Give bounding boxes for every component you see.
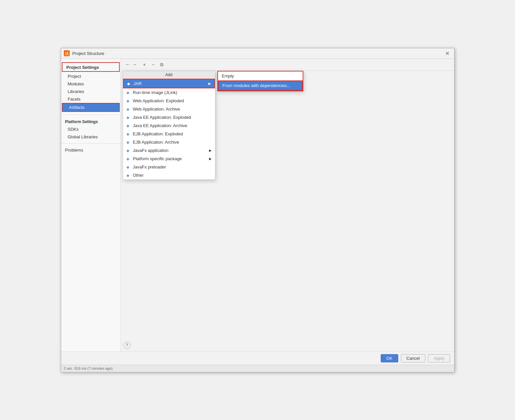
dropdown-item-javafx-preloader[interactable]: JavaFx preloader bbox=[123, 163, 215, 171]
forward-button[interactable]: → bbox=[132, 62, 137, 68]
nav-arrows: ← → bbox=[123, 62, 140, 68]
jar-submenu[interactable]: Empty From modules with dependencies... bbox=[217, 71, 303, 91]
content-area: ← → + − ⧉ Add JAR ▶ bbox=[121, 59, 454, 351]
status-text: 2 sec. 816 ms (7 minutes ago) bbox=[64, 366, 113, 370]
dropdown-item-ejb-exploded[interactable]: EJB Application: Exploded bbox=[123, 130, 215, 138]
titlebar-left: IJ Project Structure bbox=[64, 50, 105, 56]
apply-button[interactable]: Apply bbox=[428, 354, 450, 362]
runtime-image-icon bbox=[126, 90, 131, 95]
sidebar-item-facets[interactable]: Facets bbox=[61, 95, 120, 103]
back-button[interactable]: ← bbox=[125, 62, 131, 68]
platform-package-icon bbox=[126, 156, 131, 161]
titlebar: IJ Project Structure ✕ bbox=[61, 48, 454, 59]
jar-icon bbox=[127, 81, 132, 86]
platform-chevron-icon: ▶ bbox=[209, 157, 212, 161]
javaee-exploded-icon bbox=[126, 115, 131, 119]
dropdown-item-runtime-image[interactable]: Run-time image (JLink) bbox=[123, 88, 215, 97]
toolbar: ← → + − ⧉ bbox=[121, 59, 454, 71]
sidebar-divider-2 bbox=[61, 143, 120, 144]
copy-button[interactable]: ⧉ bbox=[158, 61, 166, 69]
ejb-exploded-icon bbox=[126, 131, 131, 136]
submenu-item-empty[interactable]: Empty bbox=[218, 71, 303, 80]
project-settings-section: Project Settings bbox=[62, 62, 120, 72]
javaee-archive-icon bbox=[126, 123, 131, 128]
add-dropdown-header: Add bbox=[123, 71, 215, 79]
bottom-bar: OK Cancel Apply bbox=[61, 351, 454, 365]
project-structure-window: IJ Project Structure ✕ Project Settings … bbox=[61, 48, 454, 372]
web-app-archive-icon bbox=[126, 107, 131, 111]
project-settings-label: Project Settings bbox=[66, 65, 99, 70]
javafx-app-icon bbox=[126, 148, 131, 153]
sidebar-item-project[interactable]: Project bbox=[61, 72, 120, 80]
javafx-chevron-icon: ▶ bbox=[209, 149, 212, 152]
sidebar-item-modules[interactable]: Modules bbox=[61, 80, 120, 88]
add-dropdown[interactable]: Add JAR ▶ Run-time image (JLink) Web App… bbox=[123, 71, 215, 180]
sidebar-item-problems[interactable]: Problems bbox=[61, 146, 120, 154]
help-button[interactable]: ? bbox=[123, 342, 131, 349]
close-button[interactable]: ✕ bbox=[444, 49, 451, 57]
dropdown-item-other[interactable]: Other bbox=[123, 171, 215, 179]
sidebar-item-artifacts[interactable]: Artifacts bbox=[62, 103, 120, 112]
platform-settings-label: Platform Settings bbox=[61, 117, 120, 125]
app-icon: IJ bbox=[64, 50, 70, 56]
sidebar-item-libraries[interactable]: Libraries bbox=[61, 88, 120, 95]
dropdown-item-javaee-exploded[interactable]: Java EE Application: Exploded bbox=[123, 113, 215, 121]
ejb-archive-icon bbox=[126, 140, 131, 144]
main-content: Project Settings Project Modules Librari… bbox=[61, 59, 454, 351]
sidebar-item-sdks[interactable]: SDKs bbox=[61, 125, 120, 133]
dropdown-overlay: Add JAR ▶ Run-time image (JLink) Web App… bbox=[121, 59, 454, 351]
dropdown-item-web-app-exploded[interactable]: Web Application: Exploded bbox=[123, 97, 215, 105]
ok-button[interactable]: OK bbox=[381, 354, 398, 362]
web-app-exploded-icon bbox=[126, 98, 131, 103]
dropdown-item-jar[interactable]: JAR ▶ bbox=[123, 79, 215, 88]
dropdown-item-javafx-app[interactable]: JavaFx application ▶ bbox=[123, 146, 215, 155]
sidebar-divider bbox=[61, 115, 120, 115]
status-bar: 2 sec. 816 ms (7 minutes ago) bbox=[61, 365, 454, 372]
sidebar: Project Settings Project Modules Librari… bbox=[61, 59, 121, 351]
dropdown-item-platform-package[interactable]: Platform specific package ▶ bbox=[123, 155, 215, 163]
add-button[interactable]: + bbox=[141, 61, 149, 69]
remove-button[interactable]: − bbox=[149, 61, 157, 69]
other-icon bbox=[126, 173, 131, 177]
dropdown-item-web-app-archive[interactable]: Web Application: Archive bbox=[123, 105, 215, 113]
submenu-item-from-modules[interactable]: From modules with dependencies... bbox=[218, 80, 303, 91]
dropdown-item-javaee-archive[interactable]: Java EE Application: Archive bbox=[123, 121, 215, 130]
window-title: Project Structure bbox=[72, 51, 105, 56]
chevron-right-icon: ▶ bbox=[208, 82, 211, 85]
sidebar-item-global-libraries[interactable]: Global Libraries bbox=[61, 133, 120, 141]
cancel-button[interactable]: Cancel bbox=[401, 354, 425, 362]
dropdown-item-ejb-archive[interactable]: EJB Application: Archive bbox=[123, 138, 215, 146]
javafx-preloader-icon bbox=[126, 164, 131, 169]
